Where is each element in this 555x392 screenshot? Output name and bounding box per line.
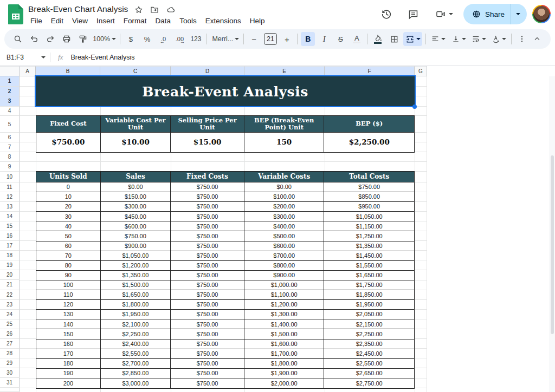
- detail-cell[interactable]: $750.00: [171, 261, 244, 271]
- undo-button[interactable]: [27, 32, 41, 46]
- detail-cell[interactable]: 120: [36, 300, 101, 310]
- search-menus-button[interactable]: [11, 32, 25, 46]
- detail-cell[interactable]: $750.00: [171, 349, 244, 359]
- detail-cell[interactable]: $1,750.00: [324, 280, 414, 290]
- detail-cell[interactable]: 0: [36, 182, 101, 192]
- sheets-logo-icon[interactable]: [8, 4, 23, 24]
- detail-cell[interactable]: $750.00: [171, 339, 244, 349]
- menu-item-edit[interactable]: Edit: [47, 15, 68, 27]
- detail-cell[interactable]: 190: [36, 369, 101, 378]
- detail-cell[interactable]: $1,150.00: [324, 221, 414, 231]
- summary-header-cell[interactable]: Variable Cost Per Unit: [101, 116, 171, 133]
- account-avatar[interactable]: [532, 5, 551, 23]
- row-header-7[interactable]: 7: [0, 142, 20, 152]
- detail-cell[interactable]: $0.00: [244, 182, 325, 192]
- format-percent-button[interactable]: %: [140, 32, 154, 46]
- detail-cell[interactable]: $800.00: [244, 261, 325, 271]
- row-header-11[interactable]: 11: [0, 182, 20, 192]
- detail-cell[interactable]: $1,950.00: [101, 310, 171, 319]
- column-header-e[interactable]: E: [244, 66, 325, 76]
- detail-cell[interactable]: $1,400.00: [244, 319, 325, 329]
- detail-cell[interactable]: $750.00: [101, 231, 171, 241]
- detail-cell[interactable]: 60: [36, 241, 101, 251]
- menu-item-data[interactable]: Data: [151, 15, 176, 27]
- detail-cell[interactable]: $750.00: [171, 182, 244, 192]
- vertical-align-button[interactable]: [449, 32, 467, 46]
- row-header-2[interactable]: 2: [0, 87, 20, 97]
- row-header-12[interactable]: 12: [0, 192, 20, 202]
- merge-cells-button[interactable]: [403, 32, 422, 46]
- detail-cell[interactable]: $750.00: [171, 369, 244, 378]
- detail-cell[interactable]: 130: [36, 310, 101, 319]
- detail-cell[interactable]: $400.00: [244, 221, 325, 231]
- detail-cell[interactable]: $150.00: [101, 192, 171, 202]
- summary-value-cell[interactable]: $2,250.00: [324, 133, 414, 152]
- detail-cell[interactable]: $2,700.00: [101, 359, 171, 369]
- row-header-10[interactable]: 10: [0, 172, 20, 182]
- increase-font-size-button[interactable]: +: [280, 32, 294, 46]
- detail-cell[interactable]: $750.00: [171, 329, 244, 339]
- column-header-d[interactable]: D: [171, 66, 244, 76]
- detail-cell[interactable]: $750.00: [171, 300, 244, 310]
- vertical-scrollbar-thumb[interactable]: [551, 155, 554, 334]
- title-banner-cell[interactable]: Break-Event Analysis: [36, 76, 415, 107]
- detail-cell[interactable]: 40: [36, 221, 101, 231]
- detail-cell[interactable]: 30: [36, 212, 101, 221]
- detail-cell[interactable]: $1,050.00: [324, 212, 414, 221]
- comments-button[interactable]: [403, 3, 424, 25]
- detail-cell[interactable]: $2,100.00: [101, 319, 171, 329]
- detail-cell[interactable]: $700.00: [244, 251, 325, 261]
- row-header-21[interactable]: 21: [0, 280, 20, 290]
- detail-cell[interactable]: $2,250.00: [324, 329, 414, 339]
- detail-cell[interactable]: 200: [36, 378, 101, 388]
- document-title[interactable]: Break-Even Chart Analysis: [28, 4, 128, 14]
- row-header-9[interactable]: 9: [0, 162, 20, 172]
- summary-header-cell[interactable]: Fixed Cost: [36, 116, 101, 133]
- detail-cell[interactable]: $1,550.00: [324, 261, 414, 271]
- menu-item-file[interactable]: File: [26, 15, 47, 27]
- bold-button[interactable]: B: [301, 32, 315, 46]
- row-header-26[interactable]: 26: [0, 329, 20, 339]
- more-toolbar-options-button[interactable]: [515, 32, 529, 46]
- detail-cell[interactable]: $600.00: [101, 221, 171, 231]
- cloud-saved-icon[interactable]: [166, 5, 176, 14]
- strikethrough-button[interactable]: S: [333, 32, 347, 46]
- detail-cell[interactable]: $750.00: [171, 192, 244, 202]
- vertical-scrollbar[interactable]: [550, 76, 555, 392]
- detail-cell[interactable]: $750.00: [171, 290, 244, 300]
- detail-cell[interactable]: $750.00: [171, 221, 244, 231]
- detail-cell[interactable]: $2,550.00: [101, 349, 171, 359]
- font-size-input[interactable]: 21: [264, 33, 278, 45]
- detail-cell[interactable]: $1,050.00: [101, 251, 171, 261]
- detail-cell[interactable]: $750.00: [171, 271, 244, 280]
- formula-input[interactable]: Break-Event Analysis: [70, 54, 134, 61]
- detail-cell[interactable]: $1,500.00: [101, 280, 171, 290]
- detail-cell[interactable]: 100: [36, 280, 101, 290]
- row-header-14[interactable]: 14: [0, 212, 20, 221]
- increase-decimal-button[interactable]: .00: [172, 32, 186, 46]
- menu-item-tools[interactable]: Tools: [175, 15, 201, 27]
- row-header-3[interactable]: 3: [0, 96, 20, 107]
- row-header-20[interactable]: 20: [0, 270, 20, 280]
- detail-cell[interactable]: 160: [36, 339, 101, 349]
- detail-cell[interactable]: $2,850.00: [101, 369, 171, 378]
- summary-value-cell[interactable]: $15.00: [171, 133, 244, 152]
- detail-cell[interactable]: $0.00: [101, 182, 171, 192]
- detail-cell[interactable]: $1,250.00: [324, 231, 414, 241]
- detail-cell[interactable]: $3,000.00: [101, 378, 171, 388]
- row-header-22[interactable]: 22: [0, 290, 20, 300]
- row-header-5[interactable]: 5: [0, 116, 20, 133]
- detail-header-cell[interactable]: Total Costs: [324, 172, 414, 182]
- italic-button[interactable]: I: [317, 32, 331, 46]
- row-header-25[interactable]: 25: [0, 319, 20, 329]
- detail-cell[interactable]: $2,750.00: [324, 378, 414, 388]
- summary-value-cell[interactable]: 150: [244, 133, 325, 152]
- row-header-13[interactable]: 13: [0, 202, 20, 212]
- summary-value-cell[interactable]: $10.00: [101, 133, 171, 152]
- row-header-17[interactable]: 17: [0, 241, 20, 251]
- row-header-30[interactable]: 30: [0, 368, 20, 378]
- detail-cell[interactable]: $1,100.00: [244, 290, 325, 300]
- detail-cell[interactable]: $750.00: [324, 182, 414, 192]
- row-header-28[interactable]: 28: [0, 349, 20, 358]
- detail-cell[interactable]: $1,700.00: [244, 349, 325, 359]
